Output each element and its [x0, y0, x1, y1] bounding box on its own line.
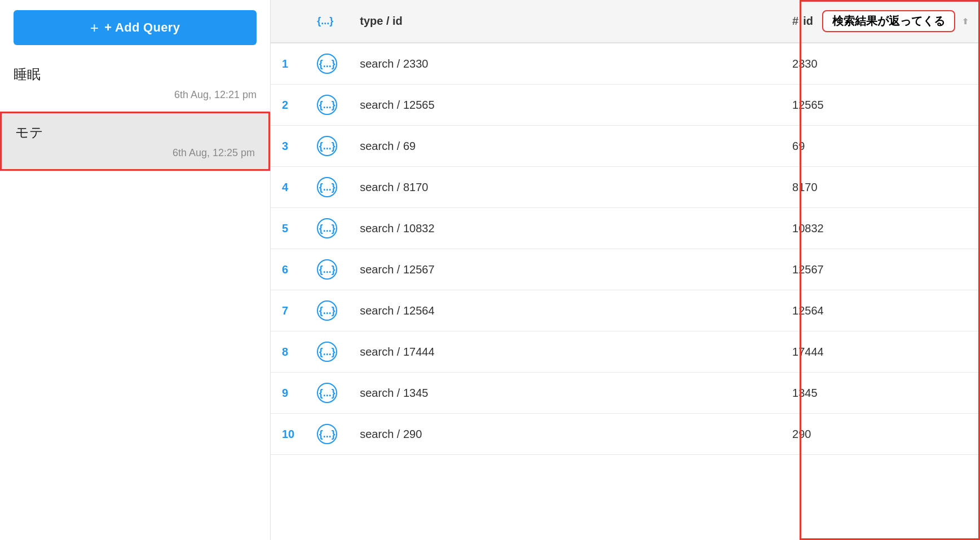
- row-num: 5: [271, 208, 306, 249]
- plus-icon: +: [90, 20, 99, 35]
- curly-brace-icon[interactable]: {...}: [317, 300, 337, 321]
- row-type: search / 17444: [348, 331, 781, 373]
- curly-brace-icon[interactable]: {...}: [317, 136, 337, 156]
- row-id-value: 2330: [781, 43, 980, 85]
- table-row: 8 {...} search / 17444 17444: [271, 331, 980, 373]
- row-type: search / 1345: [348, 373, 781, 414]
- col-header-num: [271, 0, 306, 43]
- curly-brace-icon[interactable]: {...}: [317, 342, 337, 362]
- row-icon[interactable]: {...}: [306, 373, 348, 414]
- table-header-row: {...} type / id # id 検索結果が返ってくる ⬆: [271, 0, 980, 43]
- row-num: 2: [271, 85, 306, 126]
- row-num: 10: [271, 414, 306, 455]
- row-id-value: 290: [781, 414, 980, 455]
- row-id-value: 10832: [781, 208, 980, 249]
- row-icon[interactable]: {...}: [306, 414, 348, 455]
- row-icon[interactable]: {...}: [306, 208, 348, 249]
- row-id-value: 69: [781, 126, 980, 167]
- row-id-value: 17444: [781, 331, 980, 373]
- col-header-type-id: type / id: [348, 0, 781, 43]
- curly-brace-icon[interactable]: {...}: [317, 383, 337, 403]
- type-curly-icon: {...}: [317, 15, 333, 26]
- sidebar-item-title-1: モテ: [15, 123, 255, 141]
- sidebar-item-date-1: 6th Aug, 12:25 pm: [15, 147, 255, 159]
- main-content: {...} type / id # id 検索結果が返ってくる ⬆: [271, 0, 980, 540]
- table-row: 4 {...} search / 8170 8170: [271, 167, 980, 208]
- table-body: 1 {...} search / 2330 2330 2 {...} searc…: [271, 43, 980, 455]
- row-icon[interactable]: {...}: [306, 43, 348, 85]
- col-header-id: # id 検索結果が返ってくる ⬆: [781, 0, 980, 43]
- data-table: {...} type / id # id 検索結果が返ってくる ⬆: [271, 0, 980, 455]
- sort-icon[interactable]: ⬆: [962, 17, 969, 26]
- sidebar-item-0[interactable]: 睡眠 6th Aug, 12:21 pm: [0, 55, 270, 112]
- row-num: 7: [271, 290, 306, 331]
- table-row: 10 {...} search / 290 290: [271, 414, 980, 455]
- row-icon[interactable]: {...}: [306, 85, 348, 126]
- sidebar: + + Add Query 睡眠 6th Aug, 12:21 pm モテ 6t…: [0, 0, 271, 540]
- table-row: 1 {...} search / 2330 2330: [271, 43, 980, 85]
- hash-icon: #: [792, 15, 798, 28]
- table-row: 6 {...} search / 12567 12567: [271, 249, 980, 290]
- row-type: search / 290: [348, 414, 781, 455]
- row-id-value: 12564: [781, 290, 980, 331]
- curly-brace-icon[interactable]: {...}: [317, 259, 337, 280]
- curly-brace-icon[interactable]: {...}: [317, 218, 337, 238]
- curly-brace-icon[interactable]: {...}: [317, 177, 337, 197]
- row-num: 9: [271, 373, 306, 414]
- col-header-type-icon: {...}: [306, 0, 348, 43]
- row-icon[interactable]: {...}: [306, 290, 348, 331]
- sidebar-item-title-0: 睡眠: [14, 65, 257, 83]
- row-num: 6: [271, 249, 306, 290]
- row-type: search / 8170: [348, 167, 781, 208]
- annotation-bubble: 検索結果が返ってくる: [822, 10, 955, 32]
- type-id-label: type / id: [360, 15, 403, 27]
- curly-brace-icon[interactable]: {...}: [317, 95, 337, 115]
- row-id-value: 1345: [781, 373, 980, 414]
- table-row: 9 {...} search / 1345 1345: [271, 373, 980, 414]
- row-type: search / 10832: [348, 208, 781, 249]
- row-icon[interactable]: {...}: [306, 331, 348, 373]
- row-type: search / 69: [348, 126, 781, 167]
- curly-brace-icon[interactable]: {...}: [317, 54, 337, 74]
- row-type: search / 12564: [348, 290, 781, 331]
- row-icon[interactable]: {...}: [306, 126, 348, 167]
- id-label: id: [803, 15, 813, 28]
- add-query-button[interactable]: + + Add Query: [14, 10, 257, 45]
- table-row: 7 {...} search / 12564 12564: [271, 290, 980, 331]
- row-num: 8: [271, 331, 306, 373]
- curly-brace-icon[interactable]: {...}: [317, 424, 337, 444]
- table-row: 5 {...} search / 10832 10832: [271, 208, 980, 249]
- row-icon[interactable]: {...}: [306, 167, 348, 208]
- row-id-value: 8170: [781, 167, 980, 208]
- table-row: 2 {...} search / 12565 12565: [271, 85, 980, 126]
- table-wrapper: {...} type / id # id 検索結果が返ってくる ⬆: [271, 0, 980, 540]
- row-type: search / 2330: [348, 43, 781, 85]
- row-num: 3: [271, 126, 306, 167]
- header-annotation: # id 検索結果が返ってくる ⬆: [792, 10, 969, 32]
- row-type: search / 12567: [348, 249, 781, 290]
- row-id-value: 12567: [781, 249, 980, 290]
- row-type: search / 12565: [348, 85, 781, 126]
- row-num: 4: [271, 167, 306, 208]
- row-num: 1: [271, 43, 306, 85]
- sidebar-item-1[interactable]: モテ 6th Aug, 12:25 pm: [0, 112, 270, 171]
- sidebar-item-date-0: 6th Aug, 12:21 pm: [14, 89, 257, 101]
- table-row: 3 {...} search / 69 69: [271, 126, 980, 167]
- row-id-value: 12565: [781, 85, 980, 126]
- row-icon[interactable]: {...}: [306, 249, 348, 290]
- add-query-label: + Add Query: [104, 20, 180, 35]
